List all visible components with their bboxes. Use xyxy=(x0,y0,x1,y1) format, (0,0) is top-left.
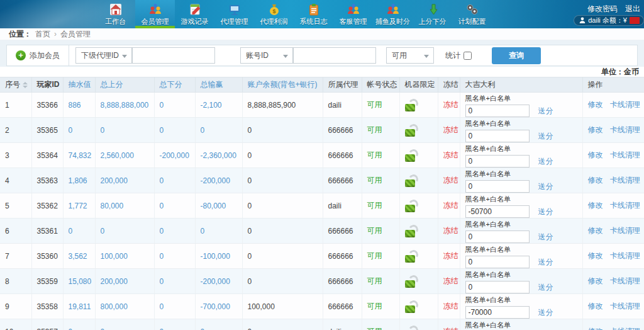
nav-item-game-records[interactable]: 游戏记录 xyxy=(175,0,214,28)
total-down-link[interactable]: -200,000 xyxy=(154,143,195,168)
send-score-link[interactable]: 送分 xyxy=(538,282,553,293)
clear-line-link[interactable]: 卡线清理 xyxy=(610,151,640,159)
clear-line-link[interactable]: 卡线清理 xyxy=(610,226,640,235)
machine-unlock-icon[interactable] xyxy=(405,200,416,212)
nav-item-customer-service[interactable]: 客服管理 xyxy=(333,0,373,28)
edit-link[interactable]: 修改 xyxy=(588,125,603,134)
machine-unlock-icon[interactable] xyxy=(405,250,416,263)
total-up-link[interactable]: 0 xyxy=(95,319,154,330)
edit-link[interactable]: 修改 xyxy=(588,251,603,260)
total-winloss-link[interactable]: -700,000 xyxy=(195,294,242,319)
total-up-link[interactable]: 80,000 xyxy=(95,193,154,219)
send-score-link[interactable]: 送分 xyxy=(538,106,553,117)
total-down-link[interactable]: 0 xyxy=(154,219,195,244)
score-input[interactable] xyxy=(465,281,530,293)
score-input[interactable] xyxy=(465,230,530,243)
account-id-input[interactable] xyxy=(293,47,376,64)
user-balance-badge[interactable]: daili 余额：¥ xyxy=(574,15,644,26)
nav-item-members[interactable]: 会员管理 xyxy=(135,0,175,28)
pump-value-link[interactable]: 0 xyxy=(63,319,95,330)
pump-value-link[interactable]: 3,562 xyxy=(63,244,95,269)
freeze-link[interactable]: 冻结 xyxy=(443,100,458,109)
col-index[interactable]: 序号 xyxy=(0,77,31,93)
machine-unlock-icon[interactable] xyxy=(405,326,416,330)
pump-value-link[interactable]: 1,772 xyxy=(63,193,95,219)
edit-link[interactable]: 修改 xyxy=(588,100,603,109)
total-down-link[interactable]: 0 xyxy=(154,118,195,143)
edit-link[interactable]: 修改 xyxy=(588,151,603,159)
total-up-link[interactable]: 8,888,888,000 xyxy=(95,93,154,118)
total-winloss-link[interactable]: -2,100 xyxy=(195,93,242,118)
score-input[interactable] xyxy=(465,256,530,268)
machine-unlock-icon[interactable] xyxy=(405,275,416,288)
send-score-link[interactable]: 送分 xyxy=(538,207,553,217)
change-password-link[interactable]: 修改密码 xyxy=(587,4,618,14)
edit-link[interactable]: 修改 xyxy=(588,327,603,330)
pump-value-link[interactable]: 0 xyxy=(63,118,95,143)
score-input[interactable] xyxy=(465,205,530,218)
total-down-link[interactable]: 0 xyxy=(154,193,195,219)
machine-unlock-icon[interactable] xyxy=(405,99,416,111)
total-winloss-link[interactable]: -200,000 xyxy=(195,168,242,193)
machine-unlock-icon[interactable] xyxy=(405,225,416,237)
nav-item-plan-config[interactable]: 计划配置 xyxy=(452,0,492,28)
send-score-link[interactable]: 送分 xyxy=(538,232,553,242)
clear-line-link[interactable]: 卡线清理 xyxy=(610,176,640,185)
freeze-link[interactable]: 冻结 xyxy=(443,226,458,235)
total-up-link[interactable]: 100,000 xyxy=(95,244,154,269)
machine-unlock-icon[interactable] xyxy=(405,149,416,162)
edit-link[interactable]: 修改 xyxy=(588,276,603,285)
total-up-link[interactable]: 200,000 xyxy=(95,168,154,193)
total-down-link[interactable]: 0 xyxy=(154,269,195,294)
total-winloss-link[interactable]: 0 xyxy=(195,219,242,244)
clear-line-link[interactable]: 卡线清理 xyxy=(610,100,640,109)
send-score-link[interactable]: 送分 xyxy=(538,181,553,192)
total-winloss-link[interactable]: -200,000 xyxy=(195,269,242,294)
pump-value-link[interactable]: 1,806 xyxy=(63,168,95,193)
total-up-link[interactable]: 200,000 xyxy=(95,269,154,294)
nav-item-score-updown[interactable]: 上分下分 xyxy=(413,0,452,28)
clear-line-link[interactable]: 卡线清理 xyxy=(610,201,640,210)
breadcrumb-home-link[interactable]: 首页 xyxy=(35,29,50,40)
send-score-link[interactable]: 送分 xyxy=(538,131,553,142)
freeze-link[interactable]: 冻结 xyxy=(443,327,458,330)
pump-value-link[interactable]: 886 xyxy=(63,93,95,118)
nav-item-system-logs[interactable]: 系统日志 xyxy=(294,0,333,28)
total-down-link[interactable]: 0 xyxy=(154,294,195,319)
sub-agent-id-input[interactable] xyxy=(132,47,215,64)
edit-link[interactable]: 修改 xyxy=(588,302,603,310)
status-select[interactable]: 可用 xyxy=(386,47,434,64)
clear-line-link[interactable]: 卡线清理 xyxy=(610,276,640,285)
pump-value-link[interactable]: 19,811 xyxy=(63,294,95,319)
machine-unlock-icon[interactable] xyxy=(405,174,416,187)
total-winloss-link[interactable]: 0 xyxy=(195,118,242,143)
freeze-link[interactable]: 冻结 xyxy=(443,302,458,310)
send-score-link[interactable]: 送分 xyxy=(538,156,553,167)
total-up-link[interactable]: 800,000 xyxy=(95,294,154,319)
nav-item-agent-profit[interactable]: $ 代理利润 xyxy=(254,0,294,28)
add-member-button[interactable]: + 添加会员 xyxy=(7,45,69,65)
total-up-link[interactable]: 0 xyxy=(95,219,154,244)
score-input[interactable] xyxy=(465,155,530,168)
score-input[interactable] xyxy=(465,306,530,319)
freeze-link[interactable]: 冻结 xyxy=(443,251,458,260)
pump-value-link[interactable]: 74,832 xyxy=(63,143,95,168)
freeze-link[interactable]: 冻结 xyxy=(443,151,458,159)
account-id-select[interactable]: 账号ID xyxy=(240,47,293,64)
search-button[interactable]: 查询 xyxy=(492,47,541,64)
machine-unlock-icon[interactable] xyxy=(405,300,416,313)
score-input[interactable] xyxy=(465,105,530,117)
total-winloss-link[interactable]: -100,000 xyxy=(195,244,242,269)
edit-link[interactable]: 修改 xyxy=(588,201,603,210)
send-score-link[interactable]: 送分 xyxy=(538,307,553,318)
score-input[interactable] xyxy=(465,180,530,193)
total-down-link[interactable]: 0 xyxy=(154,244,195,269)
stats-checkbox[interactable] xyxy=(464,52,472,60)
total-winloss-link[interactable]: 0 xyxy=(195,319,242,330)
nav-item-agent-management[interactable]: 代理管理 xyxy=(214,0,254,28)
nav-item-fishing-score[interactable]: 捕鱼及时分 xyxy=(373,0,413,28)
total-down-link[interactable]: 0 xyxy=(154,319,195,330)
edit-link[interactable]: 修改 xyxy=(588,176,603,185)
pump-value-link[interactable]: 15,080 xyxy=(63,269,95,294)
clear-line-link[interactable]: 卡线清理 xyxy=(610,327,640,330)
